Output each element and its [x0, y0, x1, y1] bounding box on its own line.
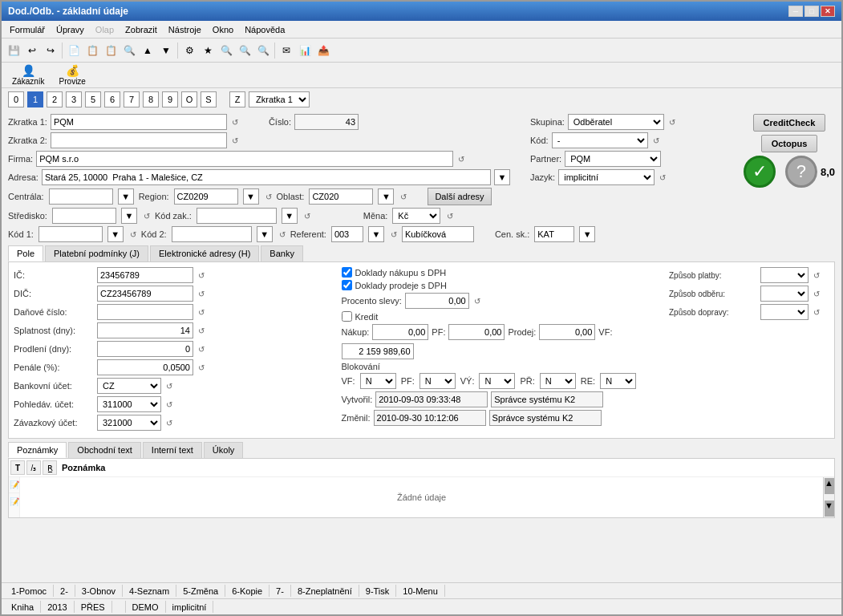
- status-f7[interactable]: 7-: [270, 585, 291, 597]
- inner-tab-platebni[interactable]: Platební podmínky (J): [45, 245, 148, 261]
- ic-input[interactable]: [97, 267, 193, 283]
- kod-select[interactable]: -: [552, 132, 648, 148]
- zkratka2-input[interactable]: [51, 132, 227, 148]
- doklady-nakupu-checkbox[interactable]: [342, 267, 352, 278]
- toolbar-undo[interactable]: ↩: [23, 42, 41, 59]
- status-f4[interactable]: 4-Seznam: [123, 585, 176, 597]
- kod-zak-refresh-icon[interactable]: ↺: [304, 212, 310, 221]
- skupina-select[interactable]: Odběratel Dodavatel: [568, 114, 664, 130]
- dic-refresh-icon[interactable]: ↺: [198, 290, 205, 298]
- toolbar-redo[interactable]: ↪: [42, 42, 59, 59]
- menu-napoveda[interactable]: Nápověda: [240, 23, 290, 36]
- blok-pr-select[interactable]: NY: [540, 373, 576, 389]
- stredisko-dropdown-icon[interactable]: ▼: [121, 208, 137, 224]
- status-f6[interactable]: 6-Kopie: [225, 585, 270, 597]
- notes-btn2[interactable]: /₃: [26, 460, 41, 475]
- zkratka1-input[interactable]: [51, 114, 227, 130]
- status-f9[interactable]: 9-Tisk: [359, 585, 397, 597]
- blok-vy-select[interactable]: NY: [479, 373, 515, 389]
- status-f5[interactable]: 5-Změna: [176, 585, 225, 597]
- menu-olap[interactable]: Olap: [91, 23, 119, 36]
- jazyk-refresh-icon[interactable]: ↺: [659, 173, 666, 182]
- tab-5[interactable]: 5: [85, 91, 101, 107]
- ic-refresh-icon[interactable]: ↺: [198, 271, 205, 280]
- toolbar-export[interactable]: 📤: [314, 42, 332, 59]
- zakaznik-button[interactable]: 👤 Zákazník: [8, 62, 49, 88]
- tab-9[interactable]: 9: [162, 91, 178, 107]
- tab-2[interactable]: 2: [47, 91, 63, 107]
- oblast-refresh-icon[interactable]: ↺: [400, 192, 407, 201]
- toolbar-search3[interactable]: 🔍: [254, 42, 272, 59]
- referent-dropdown-icon[interactable]: ▼: [368, 226, 384, 242]
- kod1-input[interactable]: [39, 226, 103, 242]
- zpusob-odberu-refresh[interactable]: ↺: [813, 290, 820, 298]
- tab-6[interactable]: 6: [104, 91, 120, 107]
- status-f1[interactable]: 1-Pomoc: [5, 585, 54, 597]
- oblast-dropdown-icon[interactable]: ▼: [378, 188, 394, 205]
- toolbar-copy[interactable]: 📋: [83, 42, 101, 59]
- splatnost-refresh-icon[interactable]: ↺: [198, 326, 205, 335]
- toolbar-new[interactable]: 📄: [65, 42, 83, 59]
- toolbar-up[interactable]: ▲: [139, 42, 156, 59]
- tab-8[interactable]: 8: [143, 91, 159, 107]
- mena-refresh-icon[interactable]: ↺: [447, 212, 453, 221]
- pohledav-refresh-icon[interactable]: ↺: [166, 400, 172, 409]
- skupina-refresh-icon[interactable]: ↺: [669, 118, 675, 127]
- kod2-refresh-icon[interactable]: ↺: [279, 230, 286, 239]
- zpusob-platby-refresh[interactable]: ↺: [813, 271, 820, 280]
- pohledav-ucet-select[interactable]: 311000: [97, 396, 161, 412]
- bottom-tab-obchodni[interactable]: Obchodní text: [68, 442, 141, 458]
- toolbar-star[interactable]: ★: [199, 42, 217, 59]
- prodej-input[interactable]: [539, 324, 595, 340]
- scrollbar-thumb-bottom[interactable]: ▼: [825, 500, 834, 517]
- kredit-checkbox[interactable]: [342, 311, 352, 322]
- notes-btn3[interactable]: R̲: [43, 460, 57, 475]
- centrala-dropdown-icon[interactable]: ▼: [118, 188, 134, 205]
- firma-refresh-icon[interactable]: ↺: [458, 155, 464, 164]
- pf-input[interactable]: [448, 324, 505, 340]
- cen-sk-dropdown-icon[interactable]: ▼: [579, 226, 595, 242]
- kod-zak-dropdown-icon[interactable]: ▼: [282, 208, 298, 224]
- kod2-dropdown-icon[interactable]: ▼: [257, 226, 273, 242]
- menu-okno[interactable]: Okno: [208, 23, 238, 36]
- bankovni-refresh-icon[interactable]: ↺: [166, 382, 172, 391]
- dalsi-adresy-button[interactable]: Další adresy: [428, 188, 491, 205]
- tab-0[interactable]: 0: [8, 91, 24, 107]
- toolbar-settings[interactable]: ⚙: [180, 42, 198, 59]
- splatnost-input[interactable]: [97, 322, 193, 338]
- zavazk-refresh-icon[interactable]: ↺: [166, 419, 172, 428]
- tab-S[interactable]: S: [201, 91, 217, 107]
- notes-btn1[interactable]: T: [10, 460, 25, 475]
- status-f3[interactable]: 3-Obnov: [75, 585, 123, 597]
- region-refresh-icon[interactable]: ↺: [265, 192, 272, 201]
- cen-sk-input[interactable]: [534, 226, 574, 242]
- doklady-prodeje-checkbox[interactable]: [342, 280, 352, 290]
- zkratka1-refresh-icon[interactable]: ↺: [232, 118, 238, 127]
- danove-refresh-icon[interactable]: ↺: [198, 308, 205, 317]
- prodleni-input[interactable]: [97, 341, 193, 357]
- zpusob-odberu-select[interactable]: [760, 286, 809, 302]
- region-dropdown-icon[interactable]: ▼: [243, 188, 259, 205]
- toolbar-search2[interactable]: 🔍: [236, 42, 253, 59]
- procento-slevy-refresh-icon[interactable]: ↺: [474, 297, 480, 306]
- creditcheck-button[interactable]: CreditCheck: [753, 114, 826, 132]
- menu-formulare[interactable]: Formulář: [5, 23, 50, 36]
- stredisko-refresh-icon[interactable]: ↺: [144, 212, 150, 221]
- danove-cislo-input[interactable]: [97, 304, 193, 320]
- bottom-tab-poznamky[interactable]: Poznámky: [8, 442, 67, 458]
- minimize-button[interactable]: ─: [788, 6, 803, 17]
- mena-select[interactable]: KčEURUSD: [392, 208, 440, 224]
- vf-input[interactable]: [342, 343, 414, 359]
- kod1-refresh-icon[interactable]: ↺: [130, 230, 136, 239]
- inner-tab-banky[interactable]: Banky: [261, 245, 303, 261]
- toolbar-paste[interactable]: 📋: [102, 42, 120, 59]
- cislo-input[interactable]: [294, 114, 359, 130]
- bottom-tab-interni[interactable]: Interní text: [143, 442, 202, 458]
- provize-button[interactable]: 💰 Provize: [55, 62, 90, 88]
- prodleni-refresh-icon[interactable]: ↺: [198, 345, 205, 354]
- scrollbar-thumb-top[interactable]: ▲: [825, 478, 834, 494]
- toolbar-chart[interactable]: 📊: [296, 42, 314, 59]
- inner-tab-pole[interactable]: Pole: [8, 245, 43, 261]
- jazyk-select[interactable]: implicitní: [558, 169, 655, 185]
- adresa-dropdown-icon[interactable]: ▼: [494, 169, 510, 185]
